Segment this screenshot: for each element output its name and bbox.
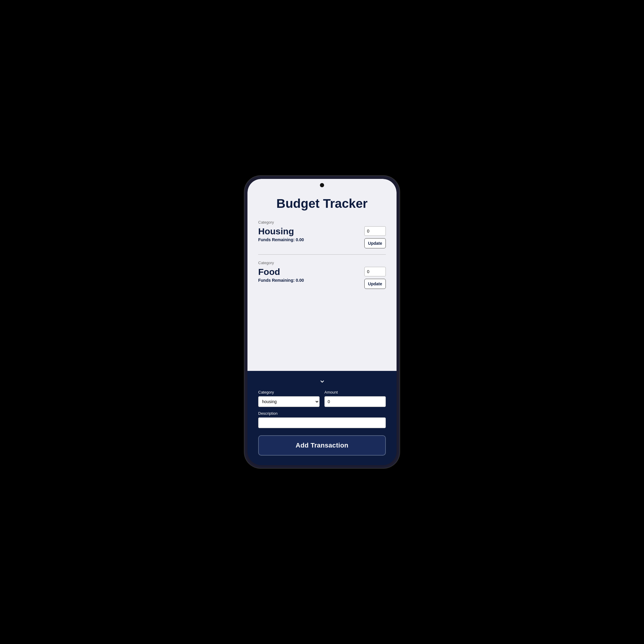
housing-budget-input[interactable] [364,226,386,236]
phone-frame: Budget Tracker Category Housing Funds Re… [244,176,400,468]
housing-info: Housing Funds Remaining: 0.00 [258,226,364,242]
food-info: Food Funds Remaining: 0.00 [258,267,364,283]
phone-screen: Budget Tracker Category Housing Funds Re… [247,179,397,465]
food-controls: Update [364,267,386,289]
food-budget-input[interactable] [364,267,386,276]
category-select[interactable]: housing food [258,396,320,407]
chevron-row: ⌄ [258,376,386,384]
housing-controls: Update [364,226,386,248]
top-section: Budget Tracker Category Housing Funds Re… [247,179,397,371]
food-card: Category Food Funds Remaining: 0.00 Upda… [258,261,386,289]
description-input[interactable] [258,417,386,428]
amount-input[interactable] [324,396,386,407]
food-update-button[interactable]: Update [364,279,386,289]
form-top-row: Category housing food Amount [258,390,386,407]
housing-row: Housing Funds Remaining: 0.00 Update [258,226,386,248]
description-form-group: Description [258,411,386,428]
housing-category-label: Category [258,220,386,225]
housing-update-button[interactable]: Update [364,238,386,248]
food-funds: Funds Remaining: 0.00 [258,278,364,283]
divider-1 [258,254,386,255]
amount-field-label: Amount [324,390,386,394]
category-form-group: Category housing food [258,390,320,407]
food-row: Food Funds Remaining: 0.00 Update [258,267,386,289]
food-category-label: Category [258,261,386,265]
bottom-section: ⌄ Category housing food Amount [247,371,397,465]
add-transaction-button[interactable]: Add Transaction [258,435,386,456]
app-title: Budget Tracker [258,197,386,210]
housing-name: Housing [258,226,364,236]
amount-form-group: Amount [324,390,386,407]
chevron-down-icon: ⌄ [319,376,326,384]
food-name: Food [258,267,364,277]
camera-notch [320,183,324,187]
description-field-label: Description [258,411,386,416]
housing-funds: Funds Remaining: 0.00 [258,237,364,242]
app-screen: Budget Tracker Category Housing Funds Re… [247,179,397,465]
category-field-label: Category [258,390,320,394]
housing-card: Category Housing Funds Remaining: 0.00 U… [258,220,386,248]
